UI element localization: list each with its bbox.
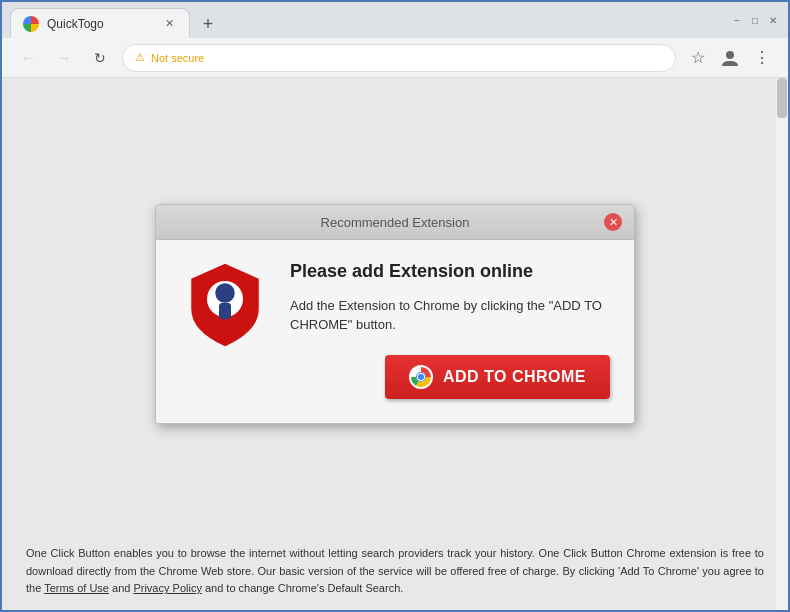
toolbar-icons: ☆ ⋮ bbox=[684, 44, 776, 72]
bookmark-icon[interactable]: ☆ bbox=[684, 44, 712, 72]
active-tab[interactable]: QuickTogo ✕ bbox=[10, 8, 190, 38]
profile-icon[interactable] bbox=[716, 44, 744, 72]
chrome-logo-icon bbox=[409, 365, 433, 389]
dialog-overlay: Recommended Extension ✕ bbox=[2, 78, 788, 610]
security-warning-icon: ⚠ bbox=[135, 51, 145, 64]
dialog-description: Add the Extension to Chrome by clicking … bbox=[290, 296, 610, 335]
address-input[interactable] bbox=[210, 50, 663, 65]
scrollbar[interactable] bbox=[776, 78, 788, 610]
back-button[interactable]: ← bbox=[14, 44, 42, 72]
tab-bar: QuickTogo ✕ + bbox=[10, 2, 726, 38]
dialog-main: Please add Extension online Add the Exte… bbox=[180, 260, 610, 398]
tab-favicon bbox=[23, 16, 39, 32]
tab-close-button[interactable]: ✕ bbox=[161, 16, 177, 32]
bottom-text: One Click Button enables you to browse t… bbox=[2, 533, 788, 610]
minimize-button[interactable]: − bbox=[730, 13, 744, 27]
address-bar[interactable]: ⚠ Not secure bbox=[122, 44, 676, 72]
dialog-close-button[interactable]: ✕ bbox=[604, 213, 622, 231]
terms-of-use-link[interactable]: Terms of Use bbox=[44, 582, 109, 594]
profile-svg bbox=[721, 49, 739, 67]
shield-icon-container bbox=[180, 260, 270, 350]
svg-point-10 bbox=[418, 374, 424, 380]
dialog-text-section: Please add Extension online Add the Exte… bbox=[290, 260, 610, 398]
svg-rect-6 bbox=[219, 303, 231, 320]
page-content: risk.com Recommended Extension ✕ bbox=[2, 78, 788, 610]
title-bar: QuickTogo ✕ + − □ ✕ bbox=[2, 2, 788, 38]
scrollbar-thumb[interactable] bbox=[777, 78, 787, 118]
browser-window: QuickTogo ✕ + − □ ✕ ← → ↻ ⚠ Not secure ☆ bbox=[0, 0, 790, 612]
dialog-title: Recommended Extension bbox=[186, 215, 604, 230]
bottom-end: and to change Chrome's Default Search. bbox=[202, 582, 403, 594]
shield-icon-svg bbox=[180, 260, 270, 350]
window-controls: − □ ✕ bbox=[730, 13, 780, 27]
svg-point-0 bbox=[726, 51, 734, 59]
dialog-body: Please add Extension online Add the Exte… bbox=[156, 240, 634, 422]
maximize-button[interactable]: □ bbox=[748, 13, 762, 27]
close-button[interactable]: ✕ bbox=[766, 13, 780, 27]
privacy-policy-link[interactable]: Privacy Policy bbox=[133, 582, 201, 594]
forward-button[interactable]: → bbox=[50, 44, 78, 72]
tab-title: QuickTogo bbox=[47, 17, 153, 31]
security-label: Not secure bbox=[151, 52, 204, 64]
bottom-and: and bbox=[109, 582, 133, 594]
menu-icon[interactable]: ⋮ bbox=[748, 44, 776, 72]
add-to-chrome-label: ADD TO CHROME bbox=[443, 368, 586, 386]
add-to-chrome-button[interactable]: ADD TO CHROME bbox=[385, 355, 610, 399]
new-tab-button[interactable]: + bbox=[194, 10, 222, 38]
navigation-bar: ← → ↻ ⚠ Not secure ☆ ⋮ bbox=[2, 38, 788, 78]
dialog-heading: Please add Extension online bbox=[290, 260, 610, 283]
svg-point-5 bbox=[215, 284, 235, 304]
refresh-button[interactable]: ↻ bbox=[86, 44, 114, 72]
dialog-titlebar: Recommended Extension ✕ bbox=[156, 205, 634, 240]
extension-dialog: Recommended Extension ✕ bbox=[155, 204, 635, 423]
